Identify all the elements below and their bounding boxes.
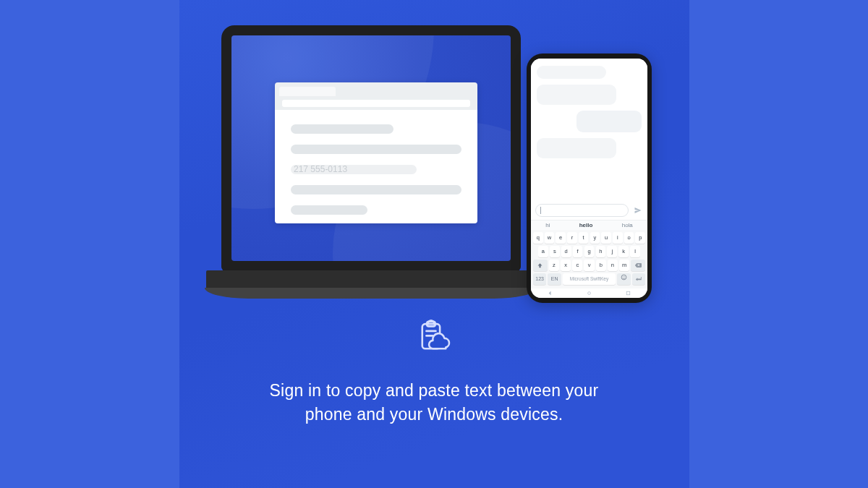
key-x[interactable]: x: [561, 260, 571, 271]
key-f[interactable]: f: [573, 246, 583, 257]
suggestion[interactable]: hello: [579, 222, 593, 228]
key-a[interactable]: a: [538, 246, 548, 257]
suggestion[interactable]: hi: [545, 222, 550, 228]
key-t[interactable]: t: [579, 232, 589, 244]
chat-bubble: [537, 138, 616, 158]
keyboard-row: z x c v b n m: [533, 260, 645, 271]
key-d[interactable]: d: [561, 246, 571, 257]
send-icon[interactable]: [633, 205, 643, 215]
backspace-key[interactable]: [631, 260, 645, 271]
back-icon[interactable]: [547, 290, 553, 296]
phone-illustration: hi hello hola q w e r t y u i o p: [527, 53, 652, 303]
space-key[interactable]: Microsoft SwiftKey: [563, 273, 616, 285]
key-h[interactable]: h: [596, 246, 606, 257]
key-v[interactable]: v: [584, 260, 594, 271]
chat-area: [531, 59, 647, 201]
message-input-row: [531, 201, 647, 220]
message-input[interactable]: [535, 204, 629, 217]
laptop-illustration: 217 555-0113: [206, 25, 535, 299]
laptop-lid: 217 555-0113: [221, 25, 521, 271]
feature-caption: Sign in to copy and paste text between y…: [246, 379, 622, 427]
key-c[interactable]: c: [572, 260, 582, 271]
browser-chrome: [275, 82, 477, 110]
emoji-key[interactable]: [617, 273, 630, 285]
keyboard-row: q w e r t y u i o p: [533, 232, 645, 244]
key-o[interactable]: o: [624, 232, 634, 244]
laptop-screen: 217 555-0113: [231, 35, 511, 261]
chat-bubble: [576, 111, 642, 132]
key-i[interactable]: i: [613, 232, 623, 244]
key-e[interactable]: e: [556, 232, 566, 244]
stage: 217 555-0113: [0, 0, 868, 488]
key-u[interactable]: u: [601, 232, 611, 244]
phone-screen: hi hello hola q w e r t y u i o p: [531, 59, 647, 298]
key-w[interactable]: w: [545, 232, 555, 244]
key-z[interactable]: z: [549, 260, 559, 271]
keyboard: q w e r t y u i o p a s d f g h: [531, 230, 647, 288]
keyboard-suggestions: hi hello hola: [531, 220, 647, 230]
key-s[interactable]: s: [550, 246, 560, 257]
key-g[interactable]: g: [584, 246, 595, 257]
browser-mock: 217 555-0113: [275, 82, 477, 223]
clipboard-cloud-icon: [415, 318, 453, 356]
svg-point-3: [588, 292, 591, 295]
key-r[interactable]: r: [567, 232, 577, 244]
lang-key[interactable]: EN: [548, 273, 561, 285]
svg-point-0: [621, 275, 626, 280]
svg-rect-4: [626, 291, 630, 295]
svg-point-1: [623, 276, 624, 277]
skeleton-line: [291, 205, 367, 215]
key-y[interactable]: y: [590, 232, 600, 244]
key-n[interactable]: n: [608, 260, 618, 271]
svg-point-2: [624, 276, 625, 277]
keyboard-row: a s d f g h j k l: [533, 246, 645, 257]
browser-url-bar: [282, 100, 470, 107]
browser-tab: [279, 87, 336, 96]
suggestion[interactable]: hola: [622, 222, 633, 228]
chat-bubble: [537, 66, 606, 79]
highlighted-text: 217 555-0113: [291, 165, 417, 174]
home-icon[interactable]: [586, 290, 592, 296]
key-p[interactable]: p: [635, 232, 645, 244]
num-key[interactable]: 123: [533, 273, 546, 285]
key-m[interactable]: m: [619, 260, 629, 271]
shift-key[interactable]: [533, 260, 548, 271]
recents-icon[interactable]: [625, 290, 631, 296]
key-k[interactable]: k: [618, 246, 629, 257]
browser-page: 217 555-0113: [275, 110, 477, 223]
enter-key[interactable]: [632, 273, 645, 285]
skeleton-line: [291, 145, 461, 154]
keyboard-row: 123 EN Microsoft SwiftKey: [533, 273, 645, 285]
key-j[interactable]: j: [607, 246, 617, 257]
android-navbar: [531, 288, 647, 298]
key-l[interactable]: l: [630, 246, 640, 257]
skeleton-line: [291, 124, 393, 134]
laptop-base: [206, 270, 536, 288]
chat-bubble: [537, 85, 616, 105]
key-b[interactable]: b: [596, 260, 606, 271]
skeleton-line: [291, 185, 461, 194]
key-q[interactable]: q: [533, 232, 543, 244]
